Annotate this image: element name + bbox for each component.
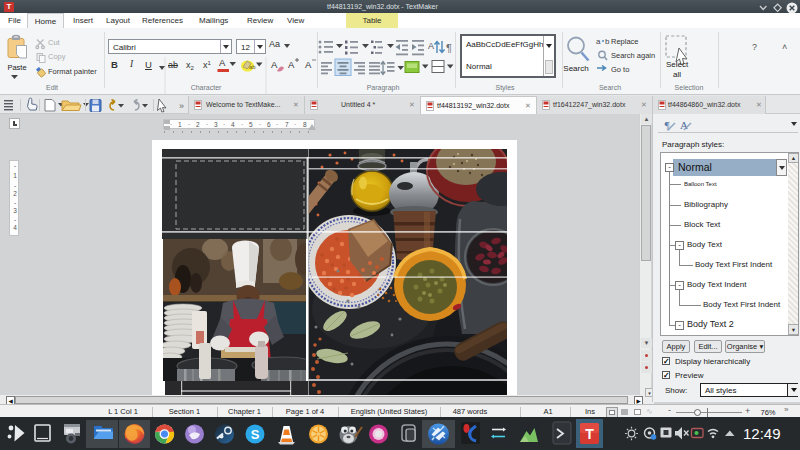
svg-text:A: A <box>428 41 434 51</box>
svg-text:a: a <box>596 37 601 46</box>
svg-text:»: » <box>179 101 184 111</box>
svg-text:¶: ¶ <box>446 42 452 54</box>
svg-text:b: b <box>605 37 610 46</box>
svg-text:S: S <box>251 427 260 442</box>
svg-text:ab: ab <box>249 64 256 70</box>
svg-text:T: T <box>585 426 594 442</box>
